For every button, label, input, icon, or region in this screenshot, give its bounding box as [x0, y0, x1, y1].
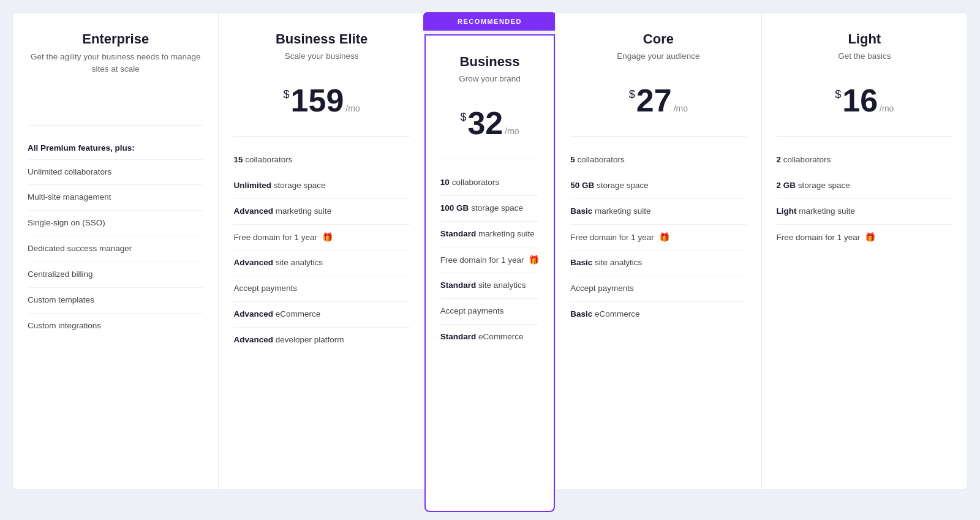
- price-period: /mo: [505, 126, 519, 136]
- feature-item: Free domain for 1 year 🎁: [777, 225, 952, 251]
- currency-symbol: $: [835, 88, 841, 101]
- business-price: $ 32 /mo: [440, 107, 539, 141]
- business-features: 10 collaborators 100 GB storage space St…: [440, 170, 539, 350]
- feature-item: Basic marketing suite: [570, 199, 746, 225]
- feature-item: Unlimited storage space: [233, 173, 409, 199]
- feature-item: Accept payments: [440, 299, 539, 325]
- plan-enterprise: Enterprise Get the agility your business…: [12, 12, 218, 490]
- feature-item: Centralized billing: [28, 262, 203, 288]
- gift-icon: 🎁: [529, 254, 539, 266]
- light-header: Light Get the basics: [777, 31, 952, 62]
- business-elite-tagline: Scale your business: [233, 51, 409, 62]
- light-price: $ 16 /mo: [777, 85, 952, 119]
- gift-icon: 🎁: [865, 232, 875, 244]
- core-name: Core: [570, 31, 746, 47]
- core-price: $ 27 /mo: [570, 85, 746, 119]
- core-header: Core Engage your audience: [570, 31, 746, 62]
- feature-item: Standard marketing suite: [440, 222, 539, 247]
- price-amount: 16: [842, 85, 878, 116]
- enterprise-features-header: All Premium features, plus:: [28, 137, 203, 160]
- feature-item: Custom integrations: [28, 314, 203, 339]
- feature-item: Free domain for 1 year 🎁: [233, 225, 409, 251]
- feature-item: 2 collaborators: [777, 148, 952, 173]
- business-name: Business: [440, 54, 539, 70]
- feature-item: Multi-site management: [28, 185, 203, 211]
- feature-item: 100 GB storage space: [440, 196, 539, 222]
- plan-core: Core Engage your audience $ 27 /mo 5 col…: [555, 12, 761, 490]
- enterprise-features: All Premium features, plus: Unlimited co…: [28, 137, 203, 339]
- feature-item: 10 collaborators: [440, 170, 539, 196]
- feature-item: Advanced site analytics: [233, 251, 409, 276]
- business-header: Business Grow your brand: [440, 54, 539, 85]
- feature-item: Basic site analytics: [570, 251, 746, 276]
- business-elite-features: 15 collaborators Unlimited storage space…: [233, 148, 409, 353]
- plan-light: Light Get the basics $ 16 /mo 2 collabor…: [761, 12, 968, 490]
- feature-item: Custom templates: [28, 288, 203, 314]
- feature-item: Single-sign on (SSO): [28, 211, 203, 236]
- core-features: 5 collaborators 50 GB storage space Basi…: [570, 148, 746, 327]
- business-elite-price: $ 159 /mo: [233, 85, 409, 119]
- recommended-badge: RECOMMENDED: [423, 12, 556, 31]
- business-elite-header: Business Elite Scale your business: [233, 31, 409, 62]
- light-name: Light: [777, 31, 952, 47]
- feature-item: Dedicated success manager: [28, 236, 203, 262]
- feature-item: 2 GB storage space: [777, 173, 952, 199]
- enterprise-name: Enterprise: [28, 31, 203, 47]
- feature-item: Advanced marketing suite: [233, 199, 409, 225]
- plan-business: Business Grow your brand $ 32 /mo 10 col…: [424, 34, 555, 512]
- feature-item: Unlimited collaborators: [28, 160, 203, 186]
- price-amount: 159: [291, 85, 344, 116]
- feature-item: Light marketing suite: [777, 199, 952, 225]
- enterprise-header: Enterprise Get the agility your business…: [28, 31, 203, 76]
- price-period: /mo: [880, 104, 894, 113]
- feature-item: Basic eCommerce: [570, 302, 746, 327]
- pricing-table: Enterprise Get the agility your business…: [0, 0, 980, 520]
- gift-icon: 🎁: [659, 232, 669, 244]
- price-amount: 27: [636, 85, 672, 116]
- feature-item: Accept payments: [233, 276, 409, 302]
- feature-item: Standard eCommerce: [440, 325, 539, 350]
- plan-business-elite: Business Elite Scale your business $ 159…: [218, 12, 424, 490]
- gift-icon: 🎁: [322, 232, 333, 244]
- feature-item: 5 collaborators: [570, 148, 746, 173]
- feature-item: Free domain for 1 year 🎁: [440, 247, 539, 274]
- feature-item: Accept payments: [570, 276, 746, 302]
- price-amount: 32: [467, 107, 503, 139]
- feature-item: 15 collaborators: [233, 148, 409, 173]
- light-features: 2 collaborators 2 GB storage space Light…: [777, 148, 952, 251]
- price-period: /mo: [345, 104, 360, 113]
- feature-item: Advanced eCommerce: [233, 302, 409, 328]
- currency-symbol: $: [460, 111, 466, 124]
- price-period: /mo: [674, 104, 688, 113]
- light-tagline: Get the basics: [777, 51, 952, 62]
- core-tagline: Engage your audience: [570, 51, 746, 62]
- feature-item: Free domain for 1 year 🎁: [570, 225, 746, 251]
- enterprise-tagline: Get the agility your business needs to m…: [28, 51, 203, 76]
- currency-symbol: $: [284, 88, 290, 101]
- recommended-wrapper: RECOMMENDED Business Grow your brand $ 3…: [424, 34, 555, 512]
- business-tagline: Grow your brand: [440, 73, 539, 85]
- feature-item: Advanced developer platform: [233, 328, 409, 353]
- feature-item: Standard site analytics: [440, 273, 539, 299]
- business-elite-name: Business Elite: [233, 31, 409, 47]
- feature-item: 50 GB storage space: [570, 173, 746, 199]
- currency-symbol: $: [629, 88, 635, 101]
